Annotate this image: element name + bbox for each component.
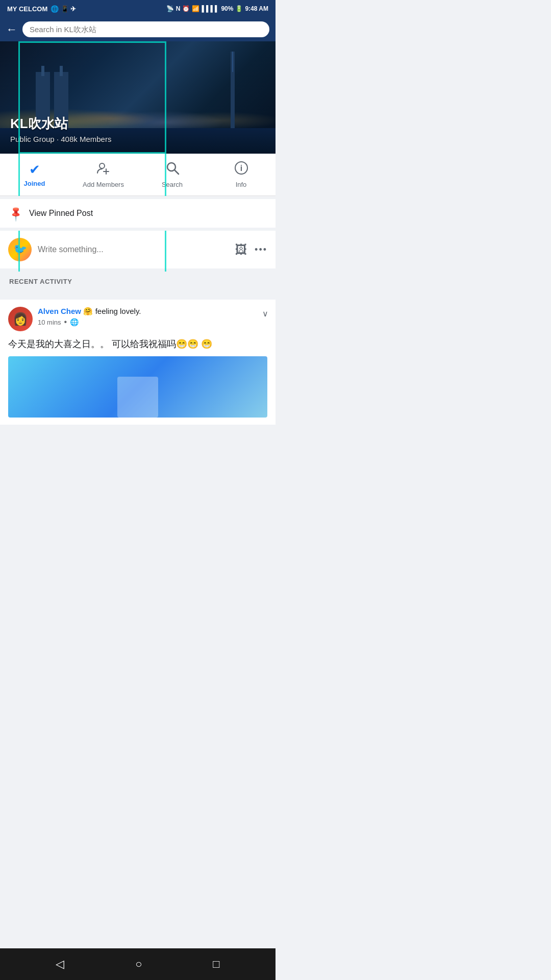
feeling-label: feeling lovely — [95, 307, 139, 315]
more-options-icon[interactable]: ••• — [255, 244, 267, 255]
recent-activity-spacer — [0, 289, 276, 300]
info-icon: i — [234, 161, 248, 179]
write-post-input[interactable] — [38, 245, 229, 254]
search-icon — [165, 161, 180, 179]
write-post-actions: 🖼 ••• — [235, 242, 267, 257]
tab-add-members[interactable]: Add Members — [69, 159, 138, 190]
wifi-icon: 📶 — [192, 5, 199, 12]
alarm-icon: ⏰ — [182, 5, 190, 12]
post-time: 10 mins — [38, 318, 61, 326]
nfc-icon: N — [176, 5, 181, 12]
post-author-name[interactable]: Alven Chew — [38, 307, 81, 315]
info-label: Info — [236, 181, 247, 188]
group-info-overlay: KL吹水站 Public Group · 408k Members — [10, 115, 111, 143]
post-feeling-text: 🤗 feeling lovely. — [83, 307, 141, 315]
group-meta: Public Group · 408k Members — [10, 135, 111, 143]
photo-upload-icon[interactable]: 🖼 — [235, 242, 247, 257]
carrier-icons: 🌐 📱 ✈ — [51, 5, 76, 13]
post-author-avatar[interactable]: 👩 — [8, 307, 33, 331]
post-header: 👩 Alven Chew 🤗 feeling lovely. 10 mins •… — [8, 307, 267, 331]
post-chevron-down[interactable]: ∨ — [262, 309, 268, 318]
pin-icon: 📌 — [7, 205, 24, 223]
add-members-icon — [96, 161, 111, 179]
svg-point-0 — [99, 163, 105, 168]
back-button[interactable]: ← — [6, 23, 17, 36]
page-wrapper: MY CELCOM 🌐 📱 ✈ 📡 N ⏰ 📶 ▌▌▌▌ 90% 🔋 9:48 … — [0, 0, 276, 460]
carrier-label: MY CELCOM — [7, 5, 47, 13]
post-avatar-image: 👩 — [8, 307, 33, 331]
svg-text:i: i — [240, 164, 242, 173]
battery-icon: 🔋 — [235, 5, 243, 12]
action-tabs: ✔ Joined Add Members — [0, 154, 276, 196]
post-time-row: 10 mins • 🌐 — [38, 317, 267, 327]
joined-icon: ✔ — [29, 162, 40, 178]
pinned-post-label: View Pinned Post — [29, 209, 93, 218]
current-user-avatar: 🐦 — [8, 238, 32, 261]
time-label: 9:48 AM — [245, 5, 268, 12]
recent-activity-header: RECENT ACTIVITY — [0, 272, 276, 289]
status-right: 📡 N ⏰ 📶 ▌▌▌▌ 90% 🔋 9:48 AM — [166, 5, 268, 12]
dot-separator: • — [64, 317, 67, 327]
post-meta: Alven Chew 🤗 feeling lovely. 10 mins • 🌐 — [38, 307, 267, 327]
cast-icon: 📡 — [166, 5, 174, 12]
group-name: KL吹水站 — [10, 115, 111, 133]
post-content: 今天是我的大喜之日。。 可以给我祝福吗😁😁 😁 — [8, 337, 267, 351]
svg-line-4 — [174, 170, 179, 174]
tab-search[interactable]: Search — [138, 159, 207, 190]
activity-post: 👩 Alven Chew 🤗 feeling lovely. 10 mins •… — [0, 300, 276, 425]
kl-tower — [231, 52, 235, 133]
post-image-preview — [8, 356, 267, 418]
write-post-container: 🐦 🖼 ••• — [0, 231, 276, 272]
feeling-emoji: 🤗 — [83, 307, 93, 315]
current-user-avatar-image: 🐦 — [8, 238, 32, 261]
tab-info[interactable]: i Info — [207, 159, 276, 190]
action-tabs-section: ✔ Joined Add Members — [0, 154, 276, 196]
bottom-spacer — [0, 425, 276, 460]
status-left: MY CELCOM 🌐 📱 ✈ — [7, 5, 76, 13]
post-privacy-icon: 🌐 — [70, 318, 79, 326]
joined-label: Joined — [24, 180, 45, 187]
group-search-input[interactable] — [22, 21, 269, 37]
add-members-label: Add Members — [83, 181, 124, 188]
status-bar: MY CELCOM 🌐 📱 ✈ 📡 N ⏰ 📶 ▌▌▌▌ 90% 🔋 9:48 … — [0, 0, 276, 17]
write-post-bar: 🐦 🖼 ••• — [0, 231, 276, 272]
battery-percent: 90% — [221, 5, 233, 12]
recent-activity-label: RECENT ACTIVITY — [9, 278, 72, 285]
pinned-post-bar[interactable]: 📌 View Pinned Post — [0, 199, 276, 231]
search-bar: ← — [0, 17, 276, 41]
search-label: Search — [162, 181, 183, 188]
tab-joined[interactable]: ✔ Joined — [0, 160, 69, 189]
post-author-feeling: Alven Chew 🤗 feeling lovely. — [38, 307, 267, 316]
signal-strength: ▌▌▌▌ — [202, 5, 219, 12]
cover-image: KL吹水站 Public Group · 408k Members — [0, 41, 276, 154]
